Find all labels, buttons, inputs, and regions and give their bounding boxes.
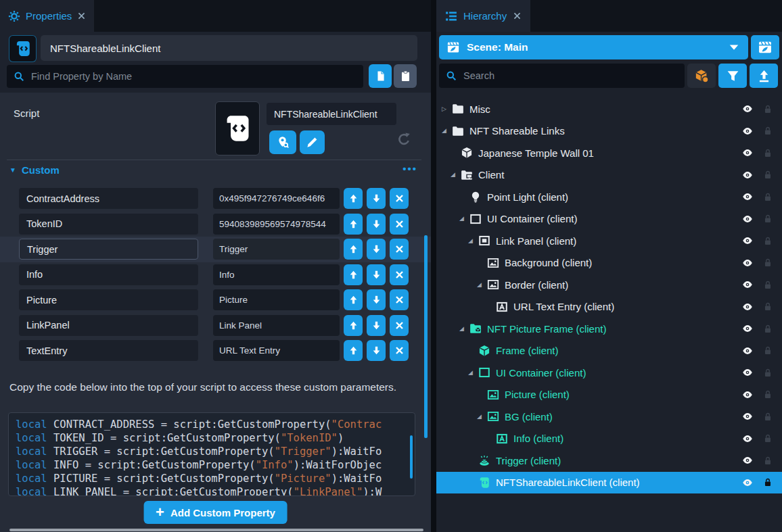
copy-properties-button[interactable] <box>369 64 392 88</box>
lock-icon[interactable] <box>763 324 773 334</box>
object-name-field[interactable] <box>41 35 417 61</box>
edit-script-button[interactable] <box>300 130 325 154</box>
paste-properties-button[interactable] <box>394 64 417 88</box>
tree-item[interactable]: Picture (client) <box>436 384 782 406</box>
property-name-field[interactable]: TokenID <box>19 214 198 235</box>
delete-property-button[interactable] <box>390 239 409 260</box>
delete-property-button[interactable] <box>390 315 409 336</box>
expand-arrow-icon[interactable]: ◢ <box>442 128 452 134</box>
property-name-field[interactable]: ContractAddress <box>19 188 198 209</box>
delete-property-button[interactable] <box>390 264 409 285</box>
eye-icon[interactable] <box>741 103 754 114</box>
eye-icon[interactable] <box>741 214 754 224</box>
move-down-button[interactable] <box>367 188 386 209</box>
expand-arrow-icon[interactable]: ◢ <box>459 216 469 222</box>
move-up-button[interactable] <box>344 264 363 285</box>
eye-icon[interactable] <box>741 147 754 158</box>
filter-button[interactable] <box>718 64 747 88</box>
tree-item[interactable]: Frame (client) <box>436 340 782 362</box>
custom-section-header[interactable]: ▼ Custom <box>9 164 60 176</box>
move-down-button[interactable] <box>367 214 386 235</box>
lock-icon[interactable] <box>763 192 773 202</box>
eye-icon[interactable] <box>741 170 754 180</box>
tree-item[interactable]: Japanese Temple Wall 01 <box>436 142 782 164</box>
eye-icon[interactable] <box>741 279 754 290</box>
eye-icon[interactable] <box>741 433 754 444</box>
property-name-field[interactable]: Trigger <box>19 239 198 260</box>
move-down-button[interactable] <box>367 264 386 285</box>
find-in-hierarchy-button[interactable] <box>269 130 296 154</box>
move-down-button[interactable] <box>367 315 386 336</box>
tree-item[interactable]: ◢Link Panel (client) <box>436 230 782 252</box>
eye-icon[interactable] <box>741 235 754 246</box>
move-down-button[interactable] <box>367 340 386 361</box>
lock-icon[interactable] <box>763 126 773 136</box>
delete-property-button[interactable] <box>390 289 409 310</box>
lock-icon[interactable] <box>763 214 773 224</box>
lock-icon[interactable] <box>763 258 773 268</box>
tree-item[interactable]: ◢NFT Shareable Links <box>436 120 782 143</box>
hierarchy-search-input[interactable] <box>462 70 678 82</box>
tree-item[interactable]: ◢NFT Picture Frame (client) <box>436 318 782 340</box>
code-snippet-block[interactable]: local CONTRACT_ADDRESS = script:GetCusto… <box>8 412 415 496</box>
lock-icon[interactable] <box>763 301 773 312</box>
horizontal-scrollbar[interactable] <box>9 529 423 531</box>
property-name-field[interactable]: LinkPanel <box>19 315 198 336</box>
code-scrollbar[interactable] <box>410 435 413 479</box>
script-asset-thumbnail[interactable] <box>215 101 260 155</box>
move-up-button[interactable] <box>344 289 363 310</box>
property-value-field[interactable]: Info <box>213 264 340 285</box>
eye-icon[interactable] <box>741 389 754 400</box>
move-up-button[interactable] <box>344 188 363 209</box>
tree-item[interactable]: NFTShareableLinkClient (client) <box>436 472 782 494</box>
expand-arrow-icon[interactable]: ◢ <box>468 238 478 244</box>
expand-arrow-icon[interactable]: ◢ <box>477 414 487 420</box>
eye-icon[interactable] <box>741 455 754 466</box>
lock-icon[interactable] <box>763 280 773 290</box>
property-value-field[interactable]: URL Text Entry <box>213 340 340 361</box>
close-tab-icon[interactable] <box>77 11 86 20</box>
add-custom-property-button[interactable]: + Add Custom Property <box>143 501 288 524</box>
lock-icon[interactable] <box>763 170 773 180</box>
tree-item[interactable]: ▷Misc <box>436 98 782 120</box>
eye-icon[interactable] <box>741 411 754 422</box>
script-asset-name[interactable]: NFTShareableLinkClient <box>267 103 396 125</box>
lock-icon[interactable] <box>763 148 773 158</box>
tree-item[interactable]: ◢Client <box>436 164 782 187</box>
tab-hierarchy[interactable]: Hierarchy <box>436 0 530 32</box>
lock-icon[interactable] <box>763 104 773 114</box>
property-name-field[interactable]: Picture <box>19 289 198 310</box>
reset-icon[interactable] <box>396 132 411 147</box>
eye-icon[interactable] <box>741 191 754 202</box>
close-tab-icon[interactable] <box>513 11 522 20</box>
delete-property-button[interactable] <box>390 188 409 209</box>
lock-icon[interactable] <box>763 389 773 400</box>
lock-icon[interactable] <box>763 477 773 487</box>
scene-selector[interactable]: Scene: Main <box>439 35 748 59</box>
scene-manager-button[interactable] <box>751 35 779 59</box>
eye-icon[interactable] <box>741 477 754 488</box>
property-value-field[interactable]: 0x495f947276749ce646f6 <box>213 188 340 209</box>
collapse-caret-icon[interactable]: ▼ <box>9 166 16 174</box>
eye-icon[interactable] <box>741 301 754 312</box>
property-value-field[interactable]: Link Panel <box>213 315 340 336</box>
properties-scrollbar[interactable] <box>424 235 428 438</box>
expand-arrow-icon[interactable]: ◢ <box>451 172 461 178</box>
lock-icon[interactable] <box>763 368 773 378</box>
move-up-button[interactable] <box>344 315 363 336</box>
move-down-button[interactable] <box>367 239 386 260</box>
lock-icon[interactable] <box>763 412 773 422</box>
expand-arrow-icon[interactable]: ◢ <box>477 282 487 288</box>
tree-item[interactable]: Info (client) <box>436 428 782 450</box>
upload-button[interactable] <box>750 64 778 88</box>
tree-item[interactable]: Background (client) <box>436 252 782 274</box>
property-value-field[interactable]: 594083989569574978544 <box>213 214 340 235</box>
delete-property-button[interactable] <box>390 340 409 361</box>
property-value-field[interactable]: Picture <box>213 289 340 310</box>
tree-item[interactable]: URL Text Entry (client) <box>436 296 782 318</box>
property-value-field[interactable]: Trigger <box>213 239 340 260</box>
lock-icon[interactable] <box>763 345 773 356</box>
panel-divider[interactable] <box>431 0 436 532</box>
networked-objects-button[interactable] <box>687 64 716 88</box>
tree-item[interactable]: Point Light (client) <box>436 186 782 208</box>
